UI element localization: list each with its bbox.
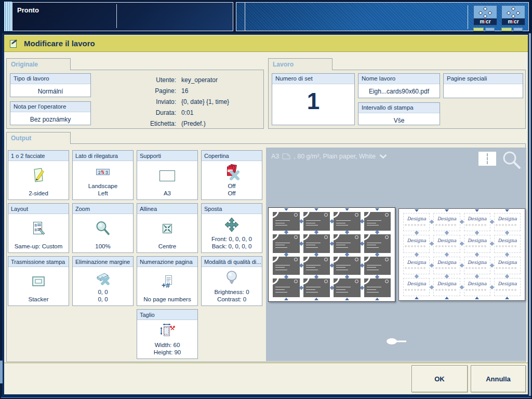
tile-sposta[interactable]: Sposta Front: 0, 0, 0, 0Back: 0, 0, 0, 0 xyxy=(201,203,262,253)
dot xyxy=(466,245,468,247)
dot xyxy=(475,267,477,269)
cancel-button[interactable]: Annulla xyxy=(471,365,526,392)
tab-lavoro[interactable]: Lavoro xyxy=(268,58,332,70)
bottom-accent-line xyxy=(1,397,531,398)
output-tiles-grid: 1 o 2 facciate 2-sided Lato di rilegatur… xyxy=(8,150,262,359)
back-card: Designa xyxy=(403,257,430,275)
blue-status-bar xyxy=(513,28,523,31)
edge-mark xyxy=(475,209,479,212)
blue-status-bar xyxy=(485,28,495,31)
card-dots-row xyxy=(496,284,517,293)
media-selector[interactable]: A3 , 80 g/m², Plain paper, White xyxy=(271,153,388,160)
card-arc xyxy=(364,234,370,241)
tile-lato-di-rilegatura[interactable]: Lato di rilegatura 2 3 LandscapeLeft xyxy=(72,150,134,200)
micr-icon-2[interactable]: micr xyxy=(501,5,525,29)
card-dots-row xyxy=(435,284,457,293)
card-text-line xyxy=(306,247,318,248)
dot xyxy=(408,245,410,247)
card-text-line xyxy=(336,289,345,290)
page-title: Modificare il lavoro xyxy=(24,39,95,48)
edge-mark xyxy=(475,297,479,299)
dot xyxy=(466,224,468,226)
dot xyxy=(499,267,501,269)
dot xyxy=(454,289,456,291)
chevron-down-icon xyxy=(379,154,388,159)
card-text-line xyxy=(367,265,381,265)
dot xyxy=(408,224,410,226)
front-page[interactable] xyxy=(268,207,395,302)
tile-copertina[interactable]: Copertina OffOff xyxy=(201,150,262,200)
tile-layout[interactable]: Layout B B Same-up: Custom xyxy=(8,203,69,253)
edge-mark xyxy=(375,208,379,211)
card-text-line xyxy=(306,243,321,243)
dot xyxy=(445,267,447,269)
nota-operatore-button[interactable]: Nota per l'operatore Bez poznámky xyxy=(10,101,91,125)
numero-di-set-label: Numero di set xyxy=(272,74,354,84)
tipo-di-lavoro-button[interactable]: Tipo di lavoro Normální xyxy=(10,73,91,97)
edge-mark xyxy=(314,208,318,211)
card-arc xyxy=(334,278,340,285)
card-logo xyxy=(385,235,389,239)
tile-supporti[interactable]: Supporti A3 xyxy=(137,150,198,200)
media-details-text: , 80 g/m², Plain paper, White xyxy=(294,153,376,160)
tab-output[interactable]: Output xyxy=(6,132,71,144)
micr-icon-1[interactable]: micr xyxy=(473,5,497,29)
card-dots-row xyxy=(405,262,427,271)
tab-originale[interactable]: Originale xyxy=(6,58,71,70)
pagine-speciali-button[interactable]: Pagine speciali xyxy=(443,73,523,98)
status-panel-divider xyxy=(116,4,117,28)
back-card: Designa xyxy=(494,278,521,296)
card-dots-row xyxy=(405,240,427,249)
card-text-line xyxy=(336,225,348,225)
front-card xyxy=(273,257,300,275)
dot xyxy=(442,245,444,247)
right-edge-decoration xyxy=(529,33,531,396)
front-card xyxy=(364,234,391,253)
front-card xyxy=(364,212,391,231)
connector-plug-icon xyxy=(385,337,408,346)
front-card xyxy=(273,278,300,297)
dot xyxy=(420,289,422,291)
dot xyxy=(484,224,486,226)
dot xyxy=(481,245,483,247)
dot xyxy=(405,224,407,226)
tile-zoom[interactable]: Zoom 100% xyxy=(72,203,134,253)
intervallo-stampa-button[interactable]: Intervallo di stampa Vše xyxy=(358,102,440,125)
back-page[interactable]: DesignaDesignaDesignaDesignaDesignaDesig… xyxy=(398,208,525,301)
dialog-titlebar: Modificare il lavoro xyxy=(4,35,528,52)
nota-operatore-value: Bez poznámky xyxy=(10,112,90,123)
dot xyxy=(417,267,419,269)
dot xyxy=(478,267,480,269)
card-text-line xyxy=(367,289,376,290)
tile-1-o-2-facciate[interactable]: 1 o 2 facciate 2-sided xyxy=(8,150,69,200)
nome-lavoro-button[interactable]: Nome lavoro Eigh...cards90x60.pdf xyxy=(358,73,440,98)
sheet-separation-icon[interactable] xyxy=(478,152,496,166)
card-dots-row xyxy=(496,219,517,228)
card-dots-row xyxy=(405,219,427,228)
cover-off-icon xyxy=(222,163,241,181)
dot xyxy=(451,224,453,226)
card-arc xyxy=(273,278,279,285)
card-text-line xyxy=(367,247,379,248)
preview-zoom-button[interactable] xyxy=(501,149,523,171)
tile-allinea[interactable]: Allinea Centre xyxy=(137,203,198,253)
dot xyxy=(417,224,419,226)
edge-mark xyxy=(345,208,349,211)
dot xyxy=(475,245,477,247)
dot xyxy=(496,267,498,269)
nota-operatore-label: Nota per l'operatore xyxy=(10,102,90,112)
card-dots-row xyxy=(496,240,517,249)
micr-label: micr xyxy=(501,19,525,25)
numero-di-set-button[interactable]: Numero di set 1 xyxy=(272,73,355,125)
tile-numerazione-pagina[interactable]: Numerazione pagina +# No page numbers xyxy=(137,256,198,306)
dialog-footer: OK Annulla xyxy=(4,363,528,394)
ok-button[interactable]: OK xyxy=(411,365,468,392)
tile-trasmissione-stampa[interactable]: Trasmissione stampa Stacker xyxy=(8,256,69,306)
dot xyxy=(408,267,410,269)
dot xyxy=(442,289,444,291)
tile-taglio[interactable]: Taglio xyxy=(137,309,198,359)
tile-modalita-qualita[interactable]: Modalità di qualità di... Brightness: 0C… xyxy=(201,256,262,306)
card-text-line xyxy=(275,220,290,221)
tile-eliminazione-margine[interactable]: Eliminazione margine 0, 00, 0 xyxy=(72,256,134,306)
card-dots-row xyxy=(435,262,457,271)
